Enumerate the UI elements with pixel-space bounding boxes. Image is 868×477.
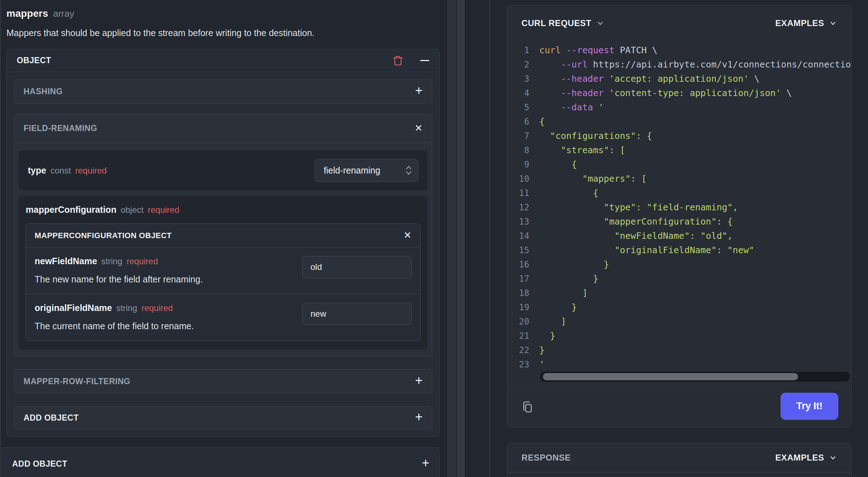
code-text: "mapperConfiguration": { [539, 215, 733, 229]
code-text: } [539, 257, 609, 272]
examples-label: EXAMPLES [775, 453, 824, 463]
property-info: originalFieldNamestringrequired The curr… [35, 303, 302, 331]
property-kind: string [116, 303, 137, 313]
property-name: mapperConfiguration [26, 205, 116, 215]
curl-request-header: CURL REQUEST EXAMPLES [507, 5, 851, 41]
object-card-header: OBJECT [7, 49, 439, 72]
object-card-body: HASHING + FIELD-RENAMING ✕ typeconstrequ… [7, 72, 439, 436]
code-text: curl --request PATCH \ [539, 43, 657, 57]
add-object-label: ADD OBJECT [12, 459, 67, 469]
scrollbar-thumb[interactable] [543, 373, 798, 380]
add-object-label: ADD OBJECT [24, 413, 79, 423]
line-number: 17 [513, 272, 529, 286]
property-name: originalFieldName [35, 303, 112, 313]
code-line: 14 "newFieldName": "old", [513, 229, 851, 243]
curl-request-dropdown[interactable]: CURL REQUEST [521, 18, 604, 28]
expand-plus-icon[interactable]: + [415, 374, 423, 387]
code-line: 8 "streams": [ [513, 143, 851, 157]
object-card-actions [392, 54, 429, 67]
field-type-badge: array [53, 8, 74, 19]
close-icon[interactable]: ✕ [403, 231, 412, 240]
code-line: 6{ [513, 115, 851, 129]
request-column: CURL REQUEST EXAMPLES 1curl --request PA… [490, 0, 868, 477]
code-text: --header 'content-type: application/json… [539, 86, 792, 100]
type-select-value: field-renaming [324, 165, 380, 176]
left-scrollbar-track[interactable] [447, 0, 456, 477]
left-scrollbar-thumb[interactable] [457, 0, 465, 477]
code-line: 10 "mappers": [ [513, 172, 851, 186]
code-text: { [539, 115, 545, 129]
response-title: RESPONSE [521, 453, 571, 463]
code-horizontal-scrollbar [507, 372, 851, 386]
field-renaming-section: FIELD-RENAMING ✕ typeconstrequired field… [14, 114, 432, 356]
code-block[interactable]: 1curl --request PATCH \2 --url https://a… [507, 41, 851, 371]
line-number: 21 [513, 329, 529, 343]
mapper-configuration-object-title: MAPPERCONFIGURATION OBJECT [35, 231, 172, 240]
line-number: 4 [513, 86, 529, 100]
field-heading: mappersarray [6, 8, 440, 19]
property-name: type [28, 165, 46, 175]
add-object-bottom-row[interactable]: ADD OBJECT + [2, 447, 440, 477]
code-line: 20 ] [513, 315, 851, 329]
copy-icon[interactable] [520, 398, 535, 415]
property-description: The new name for the field after renamin… [35, 274, 302, 285]
try-it-button[interactable]: Try It! [781, 393, 838, 420]
add-plus-icon[interactable]: + [415, 411, 423, 423]
hashing-section-title: HASHING [24, 87, 63, 96]
field-name: mappers [6, 8, 48, 19]
line-number: 9 [513, 157, 529, 172]
add-plus-icon[interactable]: + [422, 457, 429, 470]
hashing-section-row[interactable]: HASHING + [14, 79, 432, 104]
property-kind: const [50, 166, 71, 175]
code-text: ] [539, 286, 587, 300]
line-number: 11 [513, 186, 529, 200]
examples-dropdown[interactable]: EXAMPLES [775, 18, 837, 28]
mapper-configuration-object-card: MAPPERCONFIGURATION OBJECT ✕ newFieldNam… [26, 224, 420, 341]
chevron-up-down-icon [405, 164, 412, 176]
new-field-name-input[interactable] [302, 256, 412, 278]
original-field-name-input[interactable] [302, 303, 412, 325]
examples-dropdown[interactable]: EXAMPLES [775, 453, 837, 463]
code-text: ' [539, 357, 545, 371]
required-badge: required [141, 303, 173, 313]
code-text: "newFieldName": "old", [539, 229, 733, 243]
code-line: 5 --data ' [513, 100, 851, 115]
mapper-configuration-section: mapperConfigurationobjectrequired MAPPER… [19, 196, 428, 350]
expand-plus-icon[interactable]: + [415, 84, 423, 97]
code-line: 3 --header 'accept: application/json' \ [513, 72, 851, 86]
line-number: 7 [513, 129, 529, 143]
line-number: 3 [513, 72, 529, 86]
line-number: 18 [513, 286, 529, 300]
field-renaming-header[interactable]: FIELD-RENAMING ✕ [14, 115, 432, 142]
field-renaming-title: FIELD-RENAMING [24, 124, 97, 133]
code-line: 12 "type": "field-renaming", [513, 200, 851, 215]
chevron-down-icon [596, 19, 604, 27]
code-line: 1curl --request PATCH \ [513, 43, 851, 57]
line-number: 12 [513, 200, 529, 215]
object-card: OBJECT HASHING + FIELD-RENAMING ✕ [6, 49, 440, 437]
line-number: 15 [513, 243, 529, 257]
code-text: } [539, 329, 555, 343]
code-line: 2 --url https://api.airbyte.com/v1/conne… [513, 57, 851, 72]
curl-request-title: CURL REQUEST [521, 18, 591, 28]
property-kind: string [101, 256, 122, 266]
original-field-name-row: originalFieldNamestringrequired The curr… [26, 294, 420, 341]
line-number: 19 [513, 300, 529, 315]
new-field-name-row: newFieldNamestringrequired The new name … [26, 247, 420, 294]
mapper-configuration-object-header: MAPPERCONFIGURATION OBJECT ✕ [26, 224, 420, 247]
type-select[interactable]: field-renaming [315, 159, 418, 182]
code-line: 17 } [513, 272, 851, 286]
add-object-row[interactable]: ADD OBJECT + [14, 406, 432, 429]
trash-icon[interactable] [392, 54, 404, 67]
code-line: 11 { [513, 186, 851, 200]
collapse-minus-icon[interactable] [420, 60, 429, 61]
line-number: 1 [513, 43, 529, 57]
scrollbar-track[interactable] [540, 372, 850, 382]
mapper-row-filtering-section-row[interactable]: MAPPER-ROW-FILTERING + [14, 369, 432, 393]
line-number: 13 [513, 215, 529, 229]
close-icon[interactable]: ✕ [414, 124, 423, 133]
code-text: "configurations": { [539, 129, 652, 143]
code-line: 13 "mapperConfiguration": { [513, 215, 851, 229]
code-text: ] [539, 315, 566, 329]
mapper-row-filtering-title: MAPPER-ROW-FILTERING [24, 377, 130, 386]
